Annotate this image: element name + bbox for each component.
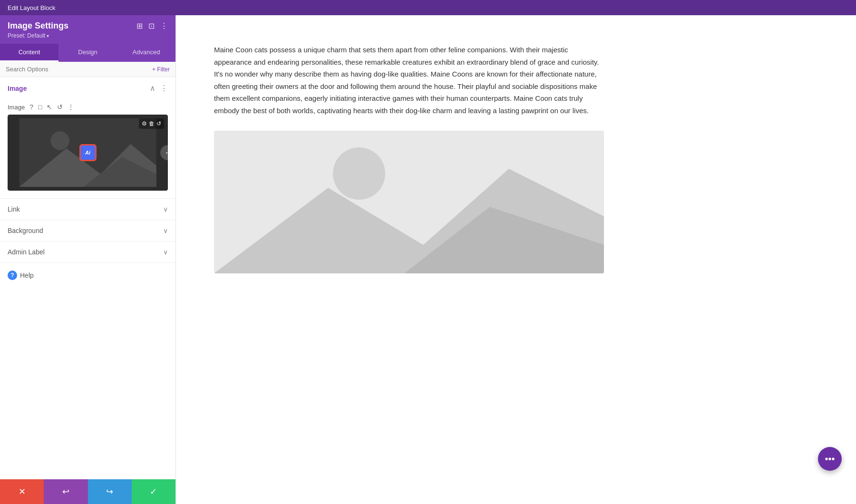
search-bar: + Filter <box>0 62 175 77</box>
help-tooltip-icon[interactable]: ? <box>29 103 33 111</box>
fullscreen-icon[interactable]: ⊞ <box>136 21 143 30</box>
admin-label-section: Admin Label ∨ <box>0 242 175 263</box>
more-options-icon[interactable]: ⋮ <box>160 21 168 30</box>
image-label: Image <box>8 104 25 111</box>
ai-button[interactable]: Ai <box>79 144 97 161</box>
cancel-icon: ✕ <box>19 486 26 497</box>
large-placeholder-svg <box>214 131 604 273</box>
cursor-icon[interactable]: ↖ <box>47 103 52 111</box>
sidebar-header-top: Image Settings ⊞ ⊡ ⋮ <box>8 21 168 31</box>
image-section-header[interactable]: Image ∧ ⋮ <box>0 77 175 99</box>
content-area: Maine Coon cats possess a unique charm t… <box>176 15 856 504</box>
svg-point-1 <box>50 131 69 150</box>
redo-icon: ↪ <box>106 486 113 497</box>
image-section-chevron-up[interactable]: ∧ <box>150 84 156 93</box>
admin-label-section-header[interactable]: Admin Label ∨ <box>0 242 175 262</box>
image-section-controls: ∧ ⋮ <box>150 84 168 93</box>
resize-icon: ↔ <box>165 149 168 156</box>
reset-icon[interactable]: ↺ <box>57 103 63 111</box>
cancel-button[interactable]: ✕ <box>0 479 44 504</box>
tabs-bar: Content Design Advanced <box>0 44 175 62</box>
image-section-content: Image ? □ ↖ ↺ ⋮ <box>0 99 175 198</box>
main-layout: Image Settings ⊞ ⊡ ⋮ Preset: Default Con… <box>0 15 856 504</box>
article-text: Maine Coon cats possess a unique charm t… <box>214 44 604 116</box>
sidebar-header-icons: ⊞ ⊡ ⋮ <box>136 21 168 30</box>
overlay-undo-icon[interactable]: ↺ <box>156 120 161 127</box>
overlay-delete-icon[interactable]: 🗑 <box>149 120 155 127</box>
undo-button[interactable]: ↩ <box>44 479 88 504</box>
undo-icon: ↩ <box>62 486 69 497</box>
sidebar: Image Settings ⊞ ⊡ ⋮ Preset: Default Con… <box>0 15 176 504</box>
ai-label: Ai <box>85 150 90 155</box>
overlay-settings-icon[interactable]: ⚙ <box>142 120 147 127</box>
sidebar-content: Image ∧ ⋮ Image ? □ ↖ ↺ ⋮ <box>0 77 175 479</box>
image-preview: Ai ⚙ 🗑 ↺ <box>8 115 168 191</box>
search-input[interactable] <box>6 66 152 73</box>
image-section-more[interactable]: ⋮ <box>160 84 168 93</box>
image-section: Image ∧ ⋮ Image ? □ ↖ ↺ ⋮ <box>0 77 175 199</box>
sidebar-header: Image Settings ⊞ ⊡ ⋮ Preset: Default <box>0 15 175 44</box>
fab-button[interactable]: ••• <box>818 447 842 471</box>
background-chevron-icon[interactable]: ∨ <box>163 227 168 234</box>
fab-icon: ••• <box>825 454 835 465</box>
bottom-toolbar: ✕ ↩ ↪ ✓ <box>0 479 175 504</box>
redo-button[interactable]: ↪ <box>88 479 132 504</box>
tab-design[interactable]: Design <box>58 44 117 62</box>
mobile-icon[interactable]: □ <box>38 103 42 111</box>
top-bar: Edit Layout Block <box>0 0 856 15</box>
tab-content[interactable]: Content <box>0 44 58 62</box>
preset-label[interactable]: Preset: Default <box>8 32 168 39</box>
help-label: Help <box>20 271 34 279</box>
link-section-header[interactable]: Link ∨ <box>0 199 175 220</box>
save-icon: ✓ <box>150 486 157 497</box>
background-section-title: Background <box>8 227 43 234</box>
help-icon: ? <box>8 271 17 280</box>
background-section-header[interactable]: Background ∨ <box>0 220 175 241</box>
link-section: Link ∨ <box>0 199 175 220</box>
layout-icon[interactable]: ⊡ <box>148 21 155 30</box>
link-section-title: Link <box>8 205 20 213</box>
svg-point-5 <box>333 147 385 200</box>
background-section: Background ∨ <box>0 220 175 242</box>
help-section[interactable]: ? Help <box>0 263 175 288</box>
tab-advanced[interactable]: Advanced <box>117 44 175 62</box>
image-upload-area[interactable]: Ai ⚙ 🗑 ↺ ↔ <box>8 115 168 191</box>
image-overlay-toolbar: ⚙ 🗑 ↺ <box>139 118 164 129</box>
top-bar-title: Edit Layout Block <box>8 4 55 11</box>
link-chevron-icon[interactable]: ∨ <box>163 205 168 213</box>
admin-label-section-title: Admin Label <box>8 248 45 256</box>
image-toolbar: Image ? □ ↖ ↺ ⋮ <box>8 103 168 111</box>
image-section-title: Image <box>8 85 27 92</box>
large-image-placeholder <box>214 131 604 273</box>
filter-button[interactable]: + Filter <box>152 66 170 73</box>
image-more-icon[interactable]: ⋮ <box>68 103 74 111</box>
sidebar-title: Image Settings <box>8 21 68 31</box>
admin-label-chevron-icon[interactable]: ∨ <box>163 248 168 256</box>
save-button[interactable]: ✓ <box>132 479 175 504</box>
